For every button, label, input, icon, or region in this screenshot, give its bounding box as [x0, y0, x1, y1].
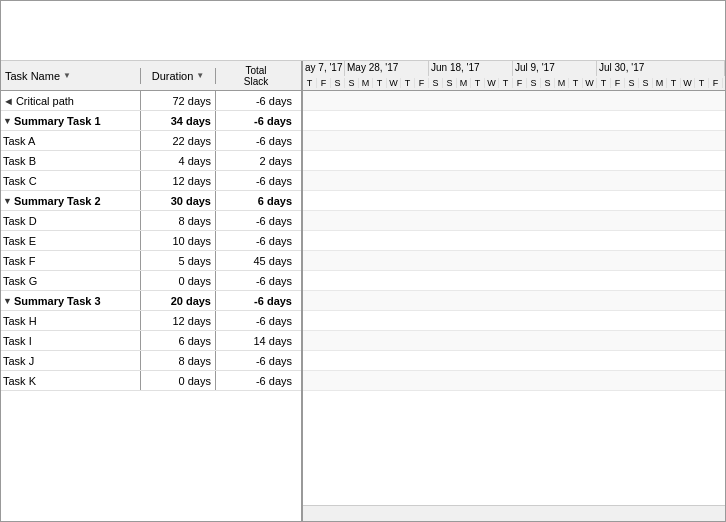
task-cell-C: Task C	[1, 171, 141, 190]
gantt-header: ay 7, '17 May 28, '17 Jun 18, '17 Jul 9,…	[303, 61, 725, 91]
task-cell-I: Task I	[1, 331, 141, 350]
row-taskB: Task B 4 days 2 days	[1, 151, 301, 171]
task-name-critical-path: Critical path	[16, 95, 74, 107]
slack-label-line2: Slack	[244, 76, 268, 87]
duration-C: 12 days	[141, 171, 216, 190]
day-27: T	[667, 78, 681, 88]
task-cell-K: Task K	[1, 371, 141, 390]
day-16: F	[513, 78, 527, 88]
row-taskF: Task F 5 days 45 days	[1, 251, 301, 271]
day-26: M	[653, 78, 667, 88]
day-11: S	[443, 78, 457, 88]
task-cell-J: Task J	[1, 351, 141, 370]
duration-summary1: 34 days	[141, 111, 216, 130]
row-taskC: Task C 12 days -6 days	[1, 171, 301, 191]
duration-K: 0 days	[141, 371, 216, 390]
row-taskK: Task K 0 days -6 days	[1, 371, 301, 391]
day-9: F	[415, 78, 429, 88]
gantt-row-1	[303, 111, 725, 131]
slack-G: -6 days	[216, 271, 296, 290]
gantt-row-6	[303, 211, 725, 231]
task-name-summary1: Summary Task 1	[14, 115, 101, 127]
gantt-scrollbar[interactable]	[303, 505, 725, 521]
slack-D: -6 days	[216, 211, 296, 230]
gantt-row-12	[303, 331, 725, 351]
collapse-icon-summary2[interactable]: ▼	[3, 196, 12, 206]
task-cell-G: Task G	[1, 271, 141, 290]
task-cell-B: Task B	[1, 151, 141, 170]
day-7: W	[387, 78, 401, 88]
gantt-row-11	[303, 311, 725, 331]
task-name-header: Task Name ▼	[1, 68, 141, 84]
gantt-row-0	[303, 91, 725, 111]
table-header: Task Name ▼ Duration ▼ Total Slack	[1, 61, 301, 91]
task-cell-E: Task E	[1, 231, 141, 250]
day-12: M	[457, 78, 471, 88]
gantt-row-9	[303, 271, 725, 291]
duration-I: 6 days	[141, 331, 216, 350]
row-taskA: Task A 22 days -6 days	[1, 131, 301, 151]
day-15: T	[499, 78, 513, 88]
task-cell-H: Task H	[1, 311, 141, 330]
gantt-row-2	[303, 131, 725, 151]
task-cell-A: Task A	[1, 131, 141, 150]
day-23: F	[611, 78, 625, 88]
collapse-icon-summary1[interactable]: ▼	[3, 116, 12, 126]
month-may7: ay 7, '17	[303, 61, 345, 76]
task-cell-summary2: ▼ Summary Task 2	[1, 191, 141, 210]
day-3: S	[331, 78, 345, 88]
duration-filter-icon[interactable]: ▼	[196, 71, 204, 80]
gantt-panel: ay 7, '17 May 28, '17 Jun 18, '17 Jul 9,…	[303, 61, 725, 521]
gantt-body: -2 days 6/7	[303, 91, 725, 505]
day-29: T	[695, 78, 709, 88]
day-10: S	[429, 78, 443, 88]
day-18: S	[541, 78, 555, 88]
row-taskI: Task I 6 days 14 days	[1, 331, 301, 351]
task-table-body: ◄ Critical path 72 days -6 days ▼ Summar…	[1, 91, 301, 521]
duration-E: 10 days	[141, 231, 216, 250]
duration-summary3: 20 days	[141, 291, 216, 310]
expand-icon[interactable]: ◄	[3, 95, 14, 107]
task-table: Task Name ▼ Duration ▼ Total Slack ◄	[1, 61, 303, 521]
slack-J: -6 days	[216, 351, 296, 370]
slack-I: 14 days	[216, 331, 296, 350]
gantt-row-13	[303, 351, 725, 371]
slack-critical-path: -6 days	[216, 91, 296, 110]
slack-B: 2 days	[216, 151, 296, 170]
slack-E: -6 days	[216, 231, 296, 250]
day-14: W	[485, 78, 499, 88]
row-summary3: ▼ Summary Task 3 20 days -6 days	[1, 291, 301, 311]
day-6: T	[373, 78, 387, 88]
day-2: F	[317, 78, 331, 88]
gantt-row-4	[303, 171, 725, 191]
duration-F: 5 days	[141, 251, 216, 270]
duration-G: 0 days	[141, 271, 216, 290]
slack-H: -6 days	[216, 311, 296, 330]
row-critical-path: ◄ Critical path 72 days -6 days	[1, 91, 301, 111]
row-taskH: Task H 12 days -6 days	[1, 311, 301, 331]
slack-summary3: -6 days	[216, 291, 296, 310]
slack-K: -6 days	[216, 371, 296, 390]
duration-label: Duration	[152, 70, 194, 82]
row-summary2: ▼ Summary Task 2 30 days 6 days	[1, 191, 301, 211]
duration-summary2: 30 days	[141, 191, 216, 210]
collapse-icon-summary3[interactable]: ▼	[3, 296, 12, 306]
slack-summary2: 6 days	[216, 191, 296, 210]
duration-critical-path: 72 days	[141, 91, 216, 110]
slack-F: 45 days	[216, 251, 296, 270]
duration-H: 12 days	[141, 311, 216, 330]
day-24: S	[625, 78, 639, 88]
slack-summary1: -6 days	[216, 111, 296, 130]
slack-A: -6 days	[216, 131, 296, 150]
task-cell-summary1: ▼ Summary Task 1	[1, 111, 141, 130]
month-jun18: Jun 18, '17	[429, 61, 513, 76]
gantt-row-3	[303, 151, 725, 171]
day-8: T	[401, 78, 415, 88]
row-taskD: Task D 8 days -6 days	[1, 211, 301, 231]
task-name-filter-icon[interactable]: ▼	[63, 71, 71, 80]
task-cell-summary3: ▼ Summary Task 3	[1, 291, 141, 310]
duration-header: Duration ▼	[141, 68, 216, 84]
day-19: M	[555, 78, 569, 88]
row-taskG: Task G 0 days -6 days	[1, 271, 301, 291]
slack-label-line1: Total	[245, 65, 266, 76]
